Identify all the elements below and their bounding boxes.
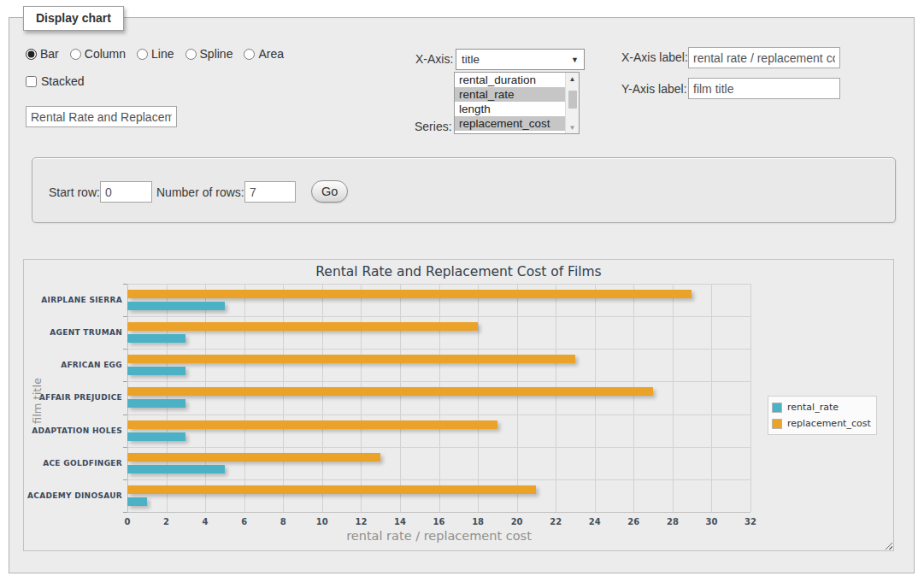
start-row-label: Start row: [49,185,100,199]
legend-label: replacement_cost [787,418,871,429]
chart-title: Rental Rate and Replacement Cost of Film… [24,264,893,279]
radio-line[interactable] [137,49,148,60]
series-option-rental_duration[interactable]: rental_duration [455,73,565,87]
radio-label-bar: Bar [40,47,59,61]
chart-legend: rental_ratereplacement_cost [768,396,877,435]
x-axis-tick-label: 12 [348,517,374,526]
radio-label-area: Area [258,47,284,61]
series-option-rental_rate[interactable]: rental_rate [455,87,565,102]
bar-replacement_cost [127,420,497,429]
x-axis-tick-label: 26 [621,517,646,526]
x-axis-label-field-label: X-Axis label: [621,50,688,64]
bar-rental_rate [127,497,147,506]
chart-container: Rental Rate and Replacement Cost of Film… [23,259,894,551]
scroll-down-icon[interactable]: ▼ [566,121,579,133]
bar-band [127,349,750,381]
x-axis-tick-label: 16 [427,517,452,526]
x-axis-field-label: X-Axis: [415,52,453,66]
x-axis-tick-label: 8 [270,517,296,526]
radio-label-column: Column [85,47,126,61]
x-axis-tick-label: 2 [154,517,180,526]
resize-grip-icon[interactable] [883,540,892,550]
bar-rental_rate [127,334,185,343]
y-axis-title: film title [31,354,44,448]
legend-swatch [772,403,782,413]
y-axis-tick [123,414,127,415]
y-axis-tick [123,349,127,350]
x-axis-tick-label: 20 [504,517,530,526]
bar-replacement_cost [127,290,692,298]
x-axis-selected-value: title [462,53,480,66]
radio-label-spline: Spline [200,47,233,61]
series-option-length[interactable]: length [455,102,565,116]
y-axis-tick [123,512,127,513]
chart-type-radio-group: BarColumnLineSplineArea [26,47,291,61]
gridline [750,284,751,512]
bar-band [127,479,750,512]
x-axis-tick-label: 18 [465,517,491,526]
scroll-up-icon[interactable]: ▲ [566,73,579,85]
x-axis-tick-label: 30 [698,517,724,526]
bar-rental_rate [127,302,225,310]
bar-band [127,414,750,447]
y-axis-tick [123,284,127,285]
bar-replacement_cost [127,453,380,461]
radio-bar[interactable] [26,49,37,60]
stacked-label: Stacked [41,74,85,88]
chart-title-input[interactable] [26,106,177,127]
stacked-row: Stacked [26,74,85,88]
x-axis-select[interactable]: title ▼ [456,49,585,70]
series-field-label: Series: [415,120,452,133]
x-axis-tick-label: 22 [543,517,568,526]
radio-label-line: Line [151,47,174,61]
bar-replacement_cost [127,485,536,494]
series-listbox[interactable]: rental_durationrental_ratelengthreplacem… [454,72,580,134]
y-axis-tick [123,316,127,317]
bar-replacement_cost [127,355,575,363]
bar-band [127,316,750,349]
legend-label: rental_rate [787,402,839,413]
y-axis-category-label: AGENT TRUMAN [24,316,122,349]
chevron-down-icon: ▼ [571,56,579,64]
y-axis-category-label: AIRPLANE SIERRA [24,284,122,316]
y-axis-category-label: ACE GOLDFINGER [24,447,122,479]
gridline [127,512,750,513]
number-of-rows-input[interactable] [244,181,296,203]
plot-area [127,284,750,512]
bar-replacement_cost [127,387,653,396]
x-axis-tick-label: 6 [232,517,257,526]
legend-item: rental_rate [772,399,871,415]
bar-band [127,447,750,479]
x-axis-label-input[interactable] [688,47,840,68]
bar-rental_rate [127,432,185,441]
bar-rental_rate [127,399,185,408]
series-option-replacement_cost[interactable]: replacement_cost [455,116,565,131]
radio-column[interactable] [70,49,81,60]
stacked-checkbox[interactable] [26,76,37,87]
x-axis-tick-label: 10 [309,517,335,526]
bar-rental_rate [127,367,185,375]
radio-area[interactable] [244,49,255,60]
y-axis-category-label: ACADEMY DINOSAUR [24,479,122,512]
y-axis-label-input[interactable] [688,78,840,99]
bar-rental_rate [127,465,225,473]
x-axis-tick-label: 32 [738,517,763,526]
x-axis-tick-label: 0 [115,517,140,526]
y-axis-tick [123,381,127,382]
number-of-rows-label: Number of rows: [156,185,244,199]
x-axis-title: rental rate / replacement cost [127,529,750,543]
legend-item: replacement_cost [772,415,871,432]
go-button[interactable]: Go [311,180,348,203]
start-row-input[interactable] [100,181,152,203]
bar-band [127,284,750,316]
x-axis-tick-label: 28 [660,517,686,526]
radio-spline[interactable] [185,49,197,60]
series-options: rental_durationrental_ratelengthreplacem… [455,73,565,133]
y-axis-label-field-label: Y-Axis label: [621,82,687,96]
series-scrollbar[interactable]: ▲ ▼ [565,73,579,133]
y-axis-tick [123,479,127,480]
fieldset-legend: Display chart [23,6,124,31]
scrollbar-thumb[interactable] [568,91,577,109]
x-axis-tick-label: 14 [387,517,413,526]
bar-replacement_cost [127,322,478,331]
